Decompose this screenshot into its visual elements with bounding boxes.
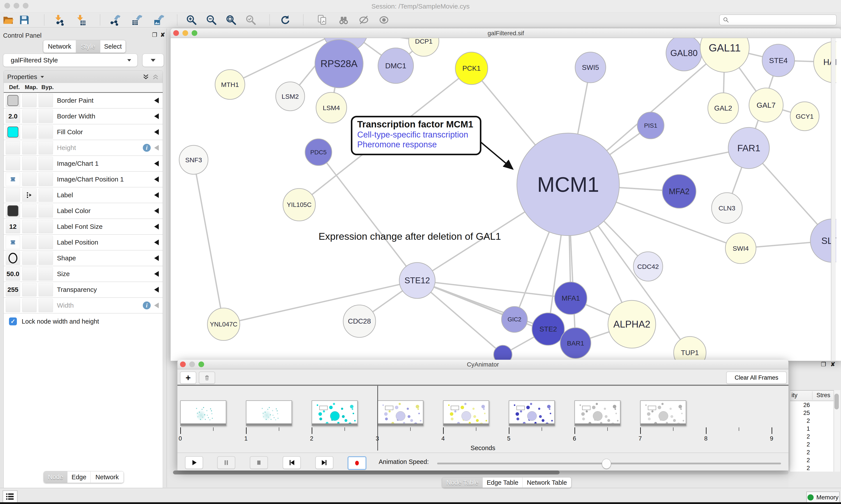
default-value-cell[interactable] [6,236,20,249]
animation-speed-thumb[interactable] [602,459,611,469]
search-input[interactable] [732,15,836,24]
property-row[interactable]: 50.0Size [4,266,163,282]
tab-edge-table[interactable]: Edge Table [482,478,522,488]
column-header-partial[interactable]: ity [791,392,798,399]
table-cell-value[interactable]: 2 [788,449,810,456]
add-frame-button[interactable]: + [180,372,196,384]
bypass-cell[interactable] [38,236,53,249]
info-icon[interactable]: i [143,144,151,152]
zoom-in-icon[interactable] [185,14,198,26]
clone-view-icon[interactable] [316,14,328,26]
mapping-cell[interactable] [22,188,37,202]
expand-row-icon[interactable] [154,192,159,198]
table-scrollbar-thumb[interactable] [835,394,839,410]
property-row[interactable]: Fill Color [4,124,163,140]
mapping-cell[interactable] [22,299,37,312]
expand-row-icon[interactable] [154,271,159,277]
default-value-cell[interactable] [6,188,20,202]
property-row[interactable]: Image/Chart 1 [4,156,163,172]
frame-thumbnail-2[interactable] [312,400,358,426]
default-value-cell[interactable] [6,204,20,218]
bypass-cell[interactable] [38,157,53,170]
collapse-all-icon[interactable] [152,73,159,80]
frame-thumbnail-3[interactable] [377,400,423,426]
expand-row-icon[interactable] [154,98,159,103]
property-row[interactable]: Widthi [4,298,163,313]
tab-style[interactable]: Style [76,40,100,53]
tab-network-bottom[interactable]: Network [90,471,124,483]
tab-edge[interactable]: Edge [67,471,90,483]
frame-thumbnail-1[interactable] [246,400,292,426]
expand-row-icon[interactable] [154,145,159,151]
import-table-icon[interactable] [74,14,87,26]
default-value-cell[interactable] [6,141,20,155]
info-icon[interactable]: i [143,302,151,309]
mapping-cell[interactable] [22,109,37,123]
expand-row-icon[interactable] [154,287,159,292]
expand-row-icon[interactable] [154,129,159,135]
bypass-cell[interactable] [38,299,53,312]
expand-row-icon[interactable] [154,208,159,214]
frame-thumbnail-4[interactable] [443,400,489,426]
export-image-icon[interactable] [152,14,165,26]
hide-icon[interactable] [357,14,370,26]
cyanimator-timeline[interactable]: 0123456789 Seconds [177,386,788,453]
memory-button[interactable]: Memory [806,491,840,503]
export-network-icon[interactable] [108,14,121,26]
network-scrollbar[interactable] [831,38,836,360]
properties-header[interactable]: Properties [4,71,163,83]
mapping-cell[interactable] [22,204,37,218]
import-network-icon[interactable] [53,14,65,26]
table-cell-value[interactable]: 26 [788,402,810,409]
network-canvas[interactable]: RPS28BRPS28AMTH1LSM2LSM4DMC1DCP1PCK1SWI5… [171,38,836,360]
mapping-cell[interactable] [22,251,37,265]
property-row[interactable]: Border Paint [4,93,163,109]
property-row[interactable]: Label Position [4,235,163,250]
mapping-cell[interactable] [22,157,37,170]
table-cell-value[interactable]: 2 [788,465,810,472]
bypass-cell[interactable] [38,125,53,139]
expand-row-icon[interactable] [154,113,159,119]
close-panel-icon[interactable]: ✘ [160,32,165,38]
default-value-cell[interactable]: 255 [6,283,20,296]
mapping-cell[interactable] [22,94,37,107]
table-cell-value[interactable]: 2 [788,441,810,448]
play-button[interactable] [185,456,203,469]
network-window-titlebar[interactable]: galFiltered.sif [171,29,841,38]
annotation-link[interactable]: Cell-type-specific transcription [357,130,480,140]
float-panel-icon[interactable]: ❐ [821,361,826,367]
default-value-cell[interactable]: 12 [6,220,20,233]
find-binoculars-icon[interactable] [337,14,350,26]
frame-thumbnail-7[interactable] [640,400,686,426]
bypass-cell[interactable] [38,109,53,123]
pause-button[interactable] [217,456,235,469]
bypass-cell[interactable] [38,204,53,218]
mapping-cell[interactable] [22,283,37,296]
network-node-darknode[interactable] [494,345,512,360]
network-node-tup1[interactable] [674,337,706,360]
frame-thumbnail-5[interactable] [509,400,555,426]
bypass-cell[interactable] [38,267,53,281]
close-panel-icon[interactable]: ✘ [830,361,835,367]
property-row[interactable]: 255Transparency [4,282,163,298]
tab-node[interactable]: Node [44,471,67,483]
default-value-cell[interactable] [6,251,20,265]
open-session-icon[interactable] [2,14,15,26]
annotation-box[interactable]: Transcription factor MCM1 Cell-type-spec… [351,116,481,155]
property-row[interactable]: Label Color [4,203,163,219]
bypass-cell[interactable] [38,188,53,202]
table-cell-value[interactable]: 2 [788,433,810,440]
style-options-button[interactable] [142,54,164,67]
mapping-cell[interactable] [22,173,37,186]
table-cell-value[interactable]: 1 [788,426,810,432]
zoom-selected-icon[interactable] [245,14,257,26]
tab-select[interactable]: Select [100,40,125,53]
stop-button[interactable] [250,456,268,469]
mapping-cell[interactable] [22,141,37,155]
default-value-cell[interactable]: 50.0 [6,267,20,281]
record-button[interactable] [347,456,366,470]
expand-row-icon[interactable] [154,161,159,166]
bypass-cell[interactable] [38,220,53,233]
zoom-fit-icon[interactable] [225,14,237,26]
search-box[interactable] [719,15,837,25]
